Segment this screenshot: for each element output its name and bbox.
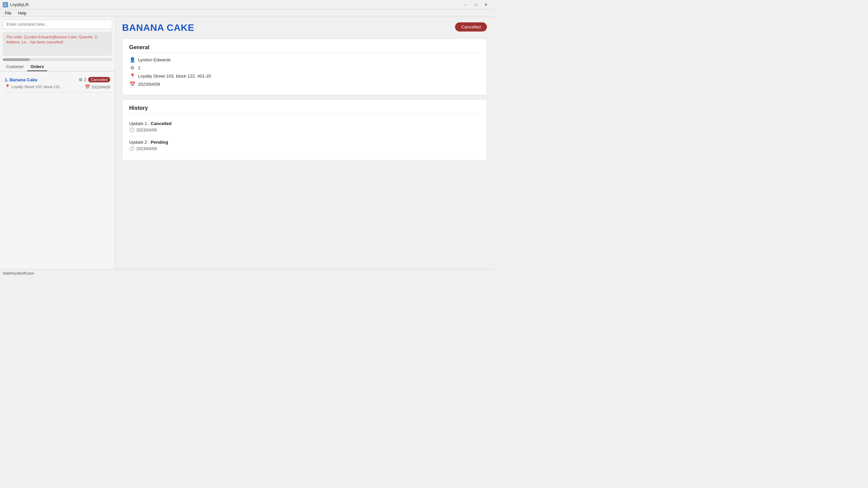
order-item-header: 1. Banana Cake ⚙ 2 Cancelled (5, 77, 110, 82)
history-section-title: History (129, 105, 480, 114)
title-bar-left: L LoyaltyLift (3, 2, 28, 7)
status-badge: Cancelled (88, 77, 110, 82)
restore-button[interactable]: □ (471, 1, 481, 8)
box-icon: ⚙ (129, 65, 135, 70)
scroll-area (3, 58, 112, 61)
clock-icon-1: 🕐 (129, 127, 135, 133)
address-value: Loyalty Street 103, block 122, #01-20 (138, 74, 211, 79)
menu-file[interactable]: File (1, 10, 15, 16)
quantity-value: 2 (138, 65, 140, 70)
date-value: 2023/04/09 (138, 82, 160, 87)
notification-text: The order: [Lyndon Edwards]Banana Cake; … (6, 35, 98, 44)
date-row: 📅 2023/04/09 (129, 81, 480, 87)
clock-icon-2: 🕐 (129, 146, 135, 151)
order-item-meta: ⚙ 2 Cancelled (79, 77, 110, 82)
status-path: \data\loyaltylift.json (3, 271, 34, 275)
sidebar: The order: [Lyndon Edwards]Banana Cake; … (0, 17, 115, 269)
page-title: BANANA CAKE (122, 22, 194, 33)
notification-box: The order: [Lyndon Edwards]Banana Cake; … (3, 32, 112, 56)
window-controls: − □ ✕ (460, 1, 491, 8)
person-icon: 👤 (129, 57, 135, 62)
quantity-row: ⚙ 2 (129, 65, 480, 70)
minimize-button[interactable]: − (460, 1, 471, 8)
main-content: BANANA CAKE Cancelled General 👤 Lyndon E… (115, 17, 494, 269)
sidebar-tabs: Customer Orders (0, 63, 115, 72)
date-icon: 📅 (85, 84, 90, 89)
order-list: 1. Banana Cake ⚙ 2 Cancelled 📍 Loyalty S… (0, 73, 115, 269)
tab-customer[interactable]: Customer (3, 63, 27, 71)
calendar-icon: 📅 (129, 81, 135, 87)
order-index: 1. (5, 77, 9, 82)
history-item-2: Update 2 : Pending 🕐 2023/04/09 (129, 136, 480, 155)
history-label-2: Update 2 : Pending (129, 140, 480, 145)
general-card: General 👤 Lyndon Edwards ⚙ 2 📍 Loyalty S… (122, 39, 487, 95)
history-item-1: Update 1 : Cancelled 🕐 2023/04/09 (129, 118, 480, 136)
status-button[interactable]: Cancelled (455, 22, 487, 32)
address-row: 📍 Loyalty Street 103, block 122, #01-20 (129, 73, 480, 79)
app-icon: L (3, 2, 8, 7)
order-item-footer: 📍 Loyalty Street 103, block 122... 📅 202… (5, 84, 110, 89)
menu-help[interactable]: Help (15, 10, 30, 16)
history-label-1: Update 1 : Cancelled (129, 121, 480, 126)
content-header: BANANA CAKE Cancelled (122, 22, 487, 33)
menu-bar: File Help (0, 9, 494, 17)
history-status-1: Cancelled (151, 121, 172, 126)
history-status-2: Pending (151, 140, 168, 145)
app-title: LoyaltyLift (10, 2, 28, 7)
quantity-icon: ⚙ (79, 77, 83, 82)
history-date-2: 🕐 2023/04/09 (129, 146, 480, 151)
history-card: History Update 1 : Cancelled 🕐 2023/04/0… (122, 99, 487, 160)
close-button[interactable]: ✕ (481, 1, 491, 8)
status-bar: \data\loyaltylift.json (0, 269, 494, 277)
order-address: 📍 Loyalty Street 103, block 122... (5, 84, 63, 89)
order-item[interactable]: 1. Banana Cake ⚙ 2 Cancelled 📍 Loyalty S… (3, 74, 112, 93)
order-item-name: 1. Banana Cake (5, 77, 37, 82)
general-section-title: General (129, 44, 480, 53)
title-bar: L LoyaltyLift − □ ✕ (0, 0, 494, 9)
customer-name: Lyndon Edwards (138, 57, 171, 62)
scroll-thumb[interactable] (3, 58, 30, 61)
tab-orders[interactable]: Orders (27, 63, 47, 71)
search-input[interactable] (3, 20, 112, 29)
pin-icon: 📍 (129, 73, 135, 79)
customer-row: 👤 Lyndon Edwards (129, 57, 480, 62)
order-date: 📅 2023/04/09 (85, 84, 110, 89)
app-body: The order: [Lyndon Edwards]Banana Cake; … (0, 17, 494, 269)
history-date-1: 🕐 2023/04/09 (129, 127, 480, 133)
order-quantity: ⚙ 2 (79, 77, 86, 82)
address-icon: 📍 (5, 84, 10, 89)
